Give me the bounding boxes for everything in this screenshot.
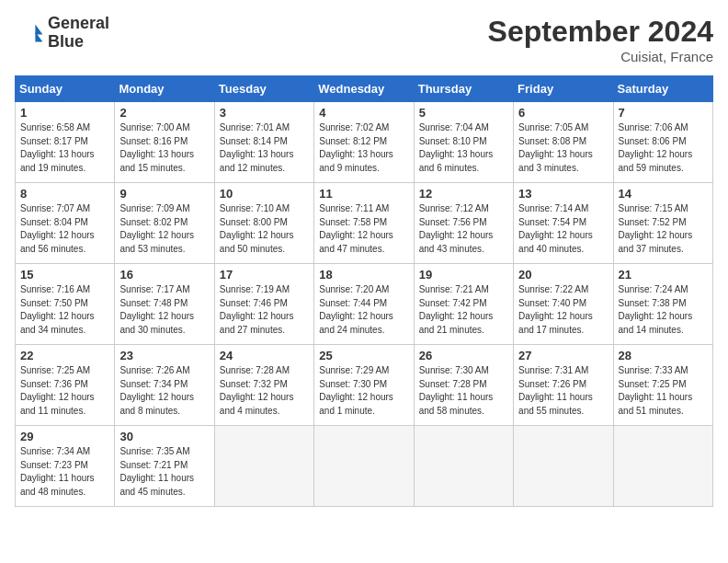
- day-number: 3: [220, 106, 309, 120]
- day-info: Sunrise: 7:20 AMSunset: 7:44 PMDaylight:…: [319, 283, 408, 337]
- calendar-cell: [414, 426, 513, 507]
- calendar-cell: 4 Sunrise: 7:02 AMSunset: 8:12 PMDayligh…: [314, 102, 414, 183]
- day-number: 30: [119, 430, 209, 443]
- day-info: Sunrise: 7:01 AMSunset: 8:14 PMDaylight:…: [220, 121, 309, 175]
- day-number: 19: [419, 268, 508, 282]
- header-tuesday: Tuesday: [214, 76, 313, 102]
- day-info: Sunrise: 7:00 AMSunset: 8:16 PMDaylight:…: [119, 121, 209, 175]
- day-number: 23: [119, 349, 209, 362]
- page-header: General Blue September 2024 Cuisiat, Fra…: [15, 15, 713, 64]
- calendar-cell: 14 Sunrise: 7:15 AMSunset: 7:52 PMDaylig…: [613, 183, 712, 264]
- title-block: September 2024 Cuisiat, France: [488, 15, 713, 64]
- day-info: Sunrise: 7:21 AMSunset: 7:42 PMDaylight:…: [419, 283, 508, 337]
- logo-text: General Blue: [48, 15, 109, 52]
- day-info: Sunrise: 7:11 AMSunset: 7:58 PMDaylight:…: [319, 202, 408, 256]
- calendar-week-row: 22 Sunrise: 7:25 AMSunset: 7:36 PMDaylig…: [16, 345, 713, 426]
- day-number: 21: [619, 268, 708, 282]
- day-number: 16: [119, 268, 209, 282]
- day-number: 8: [20, 187, 109, 201]
- calendar-cell: 17 Sunrise: 7:19 AMSunset: 7:46 PMDaylig…: [214, 264, 313, 345]
- header-wednesday: Wednesday: [314, 76, 414, 102]
- day-number: 4: [319, 106, 408, 120]
- calendar-week-row: 29 Sunrise: 7:34 AMSunset: 7:23 PMDaylig…: [16, 426, 713, 507]
- calendar-week-row: 1 Sunrise: 6:58 AMSunset: 8:17 PMDayligh…: [16, 102, 713, 183]
- day-info: Sunrise: 7:14 AMSunset: 7:54 PMDaylight:…: [518, 202, 608, 256]
- calendar-cell: 7 Sunrise: 7:06 AMSunset: 8:06 PMDayligh…: [613, 102, 712, 183]
- day-info: Sunrise: 7:34 AMSunset: 7:23 PMDaylight:…: [20, 445, 109, 499]
- day-info: Sunrise: 7:04 AMSunset: 8:10 PMDaylight:…: [419, 121, 508, 175]
- day-number: 13: [518, 187, 608, 201]
- day-info: Sunrise: 7:06 AMSunset: 8:06 PMDaylight:…: [619, 121, 708, 175]
- calendar-cell: [514, 426, 613, 507]
- day-info: Sunrise: 7:17 AMSunset: 7:48 PMDaylight:…: [119, 283, 209, 337]
- calendar-cell: 25 Sunrise: 7:29 AMSunset: 7:30 PMDaylig…: [314, 345, 414, 426]
- location: Cuisiat, France: [488, 49, 713, 64]
- day-info: Sunrise: 7:31 AMSunset: 7:26 PMDaylight:…: [518, 364, 608, 418]
- day-number: 18: [319, 268, 408, 282]
- day-info: Sunrise: 7:15 AMSunset: 7:52 PMDaylight:…: [619, 202, 708, 256]
- day-info: Sunrise: 7:28 AMSunset: 7:32 PMDaylight:…: [220, 364, 309, 418]
- calendar-cell: 26 Sunrise: 7:30 AMSunset: 7:28 PMDaylig…: [414, 345, 513, 426]
- day-number: 27: [518, 349, 608, 362]
- day-number: 12: [419, 187, 508, 201]
- day-info: Sunrise: 7:09 AMSunset: 8:02 PMDaylight:…: [119, 202, 209, 256]
- day-number: 20: [518, 268, 608, 282]
- day-number: 6: [518, 106, 608, 120]
- calendar-cell: 6 Sunrise: 7:05 AMSunset: 8:08 PMDayligh…: [514, 102, 613, 183]
- calendar-cell: 30 Sunrise: 7:35 AMSunset: 7:21 PMDaylig…: [115, 426, 214, 507]
- day-info: Sunrise: 7:19 AMSunset: 7:46 PMDaylight:…: [220, 283, 309, 337]
- calendar-cell: 19 Sunrise: 7:21 AMSunset: 7:42 PMDaylig…: [414, 264, 513, 345]
- header-friday: Friday: [514, 76, 613, 102]
- day-info: Sunrise: 7:05 AMSunset: 8:08 PMDaylight:…: [518, 121, 608, 175]
- logo-icon: [15, 18, 44, 48]
- calendar-week-row: 15 Sunrise: 7:16 AMSunset: 7:50 PMDaylig…: [16, 264, 713, 345]
- calendar-cell: 11 Sunrise: 7:11 AMSunset: 7:58 PMDaylig…: [314, 183, 414, 264]
- weekday-header-row: Sunday Monday Tuesday Wednesday Thursday…: [16, 76, 713, 102]
- day-info: Sunrise: 7:16 AMSunset: 7:50 PMDaylight:…: [20, 283, 109, 337]
- day-number: 9: [119, 187, 209, 201]
- day-info: Sunrise: 7:33 AMSunset: 7:25 PMDaylight:…: [619, 364, 708, 418]
- day-number: 24: [220, 349, 309, 362]
- calendar-cell: 27 Sunrise: 7:31 AMSunset: 7:26 PMDaylig…: [514, 345, 613, 426]
- header-monday: Monday: [115, 76, 214, 102]
- day-info: Sunrise: 7:29 AMSunset: 7:30 PMDaylight:…: [319, 364, 408, 418]
- day-number: 22: [20, 349, 109, 362]
- calendar-cell: [214, 426, 313, 507]
- day-info: Sunrise: 7:26 AMSunset: 7:34 PMDaylight:…: [119, 364, 209, 418]
- header-thursday: Thursday: [414, 76, 513, 102]
- day-number: 25: [319, 349, 408, 362]
- month-title: September 2024: [488, 15, 713, 49]
- calendar-cell: 24 Sunrise: 7:28 AMSunset: 7:32 PMDaylig…: [214, 345, 313, 426]
- day-info: Sunrise: 7:25 AMSunset: 7:36 PMDaylight:…: [20, 364, 109, 418]
- day-number: 17: [220, 268, 309, 282]
- calendar-cell: 5 Sunrise: 7:04 AMSunset: 8:10 PMDayligh…: [414, 102, 513, 183]
- day-info: Sunrise: 7:30 AMSunset: 7:28 PMDaylight:…: [419, 364, 508, 418]
- day-number: 2: [119, 106, 209, 120]
- calendar-cell: 18 Sunrise: 7:20 AMSunset: 7:44 PMDaylig…: [314, 264, 414, 345]
- calendar-cell: 8 Sunrise: 7:07 AMSunset: 8:04 PMDayligh…: [16, 183, 115, 264]
- calendar-cell: 29 Sunrise: 7:34 AMSunset: 7:23 PMDaylig…: [16, 426, 115, 507]
- day-number: 28: [619, 349, 708, 362]
- day-number: 10: [220, 187, 309, 201]
- calendar-cell: 2 Sunrise: 7:00 AMSunset: 8:16 PMDayligh…: [115, 102, 214, 183]
- day-info: Sunrise: 7:10 AMSunset: 8:00 PMDaylight:…: [220, 202, 309, 256]
- calendar-table: Sunday Monday Tuesday Wednesday Thursday…: [15, 75, 713, 507]
- day-number: 5: [419, 106, 508, 120]
- day-info: Sunrise: 7:07 AMSunset: 8:04 PMDaylight:…: [20, 202, 109, 256]
- calendar-cell: 9 Sunrise: 7:09 AMSunset: 8:02 PMDayligh…: [115, 183, 214, 264]
- header-sunday: Sunday: [16, 76, 115, 102]
- day-info: Sunrise: 7:24 AMSunset: 7:38 PMDaylight:…: [619, 283, 708, 337]
- calendar-cell: 20 Sunrise: 7:22 AMSunset: 7:40 PMDaylig…: [514, 264, 613, 345]
- calendar-cell: 3 Sunrise: 7:01 AMSunset: 8:14 PMDayligh…: [214, 102, 313, 183]
- day-number: 15: [20, 268, 109, 282]
- calendar-cell: 1 Sunrise: 6:58 AMSunset: 8:17 PMDayligh…: [16, 102, 115, 183]
- calendar-cell: 16 Sunrise: 7:17 AMSunset: 7:48 PMDaylig…: [115, 264, 214, 345]
- day-number: 11: [319, 187, 408, 201]
- calendar-cell: 28 Sunrise: 7:33 AMSunset: 7:25 PMDaylig…: [613, 345, 712, 426]
- day-info: Sunrise: 7:22 AMSunset: 7:40 PMDaylight:…: [518, 283, 608, 337]
- day-info: Sunrise: 7:02 AMSunset: 8:12 PMDaylight:…: [319, 121, 408, 175]
- day-number: 26: [419, 349, 508, 362]
- day-info: Sunrise: 7:35 AMSunset: 7:21 PMDaylight:…: [119, 445, 209, 499]
- day-number: 1: [20, 106, 109, 120]
- calendar-cell: 21 Sunrise: 7:24 AMSunset: 7:38 PMDaylig…: [613, 264, 712, 345]
